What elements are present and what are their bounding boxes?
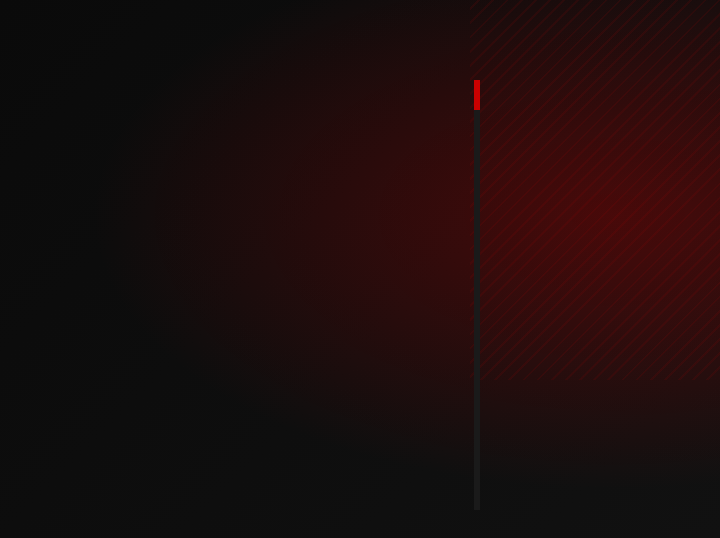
scrollbar[interactable] [474, 80, 480, 510]
scroll-thumb [474, 80, 480, 110]
bg-decoration [470, 0, 720, 380]
main-container: ASRock PHANTOM GAMING Main OC Tweaker Ad… [0, 0, 720, 538]
